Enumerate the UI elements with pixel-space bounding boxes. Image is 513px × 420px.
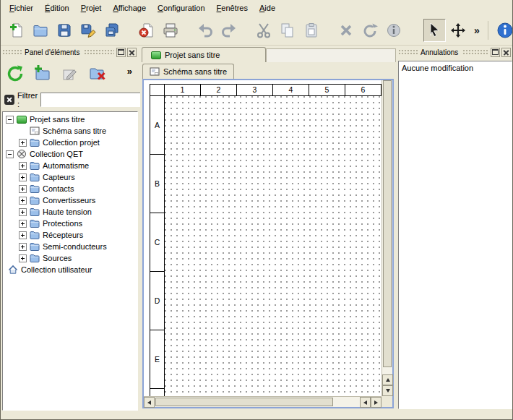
menu-aide[interactable]: Aide	[254, 2, 281, 14]
tree-item-collection-projet[interactable]: Collection projet	[3, 137, 137, 148]
expand-icon[interactable]	[19, 197, 27, 205]
select-tool-button[interactable]	[423, 19, 446, 42]
save-as-button[interactable]	[77, 19, 100, 42]
panel-overflow-button[interactable]: »	[123, 65, 137, 77]
menu-projet[interactable]: Projet	[75, 2, 108, 14]
column-label: 4	[273, 85, 309, 96]
clear-filter-button[interactable]	[4, 93, 14, 106]
vertical-scroll-track[interactable]	[382, 80, 392, 374]
horizontal-scroll-track[interactable]	[155, 397, 360, 407]
tree-item-collection-qet[interactable]: Collection QET	[3, 148, 137, 160]
float-panel-button[interactable]	[116, 48, 126, 57]
paste-button[interactable]	[301, 19, 323, 42]
down-arrow-icon	[386, 389, 390, 395]
tree-item-contacts[interactable]: Contacts	[3, 183, 137, 194]
horizontal-scrollbar[interactable]	[144, 396, 381, 407]
dock-grip[interactable]	[398, 49, 418, 56]
horizontal-scroll-thumb[interactable]	[155, 398, 333, 406]
expand-icon[interactable]	[19, 162, 27, 170]
close-file-button[interactable]	[136, 19, 158, 42]
save-as-icon	[79, 22, 97, 39]
float-icon	[118, 49, 124, 55]
move-tool-button[interactable]	[447, 19, 470, 42]
expand-icon[interactable]	[19, 185, 27, 193]
tree-item-protections[interactable]: Protections	[3, 218, 137, 229]
collapse-icon[interactable]	[6, 150, 14, 158]
column-ruler: 1 2 3 4 5 6	[165, 85, 381, 96]
menu-configuration[interactable]: Configuration	[152, 2, 210, 14]
save-icon	[56, 22, 73, 39]
new-element-button[interactable]	[31, 62, 54, 85]
expand-icon[interactable]	[19, 243, 27, 251]
diagram-viewport[interactable]: 1 2 3 4 5 6 A B C D E	[144, 80, 381, 396]
tree-item-schema-sans-titre[interactable]: Schéma sans titre	[3, 125, 137, 137]
tree-item-recepteurs[interactable]: Récepteurs	[3, 229, 137, 241]
menu-fichier[interactable]: Fichier	[4, 2, 39, 14]
scroll-left-button[interactable]	[144, 397, 155, 408]
menu-fenetres[interactable]: Fenêtres	[211, 2, 254, 14]
scroll-up-button[interactable]	[382, 374, 393, 385]
project-icon	[17, 116, 27, 124]
mdi-workspace: Projet sans titre Schéma sans titre 1 2 …	[140, 46, 396, 411]
expand-icon[interactable]	[19, 208, 27, 216]
open-project-button[interactable]	[30, 19, 52, 42]
expand-icon[interactable]	[19, 254, 27, 262]
tab-projet-sans-titre[interactable]: Projet sans titre	[142, 47, 266, 62]
qet-icon	[17, 149, 27, 159]
tree-item-convertisseurs[interactable]: Convertisseurs	[3, 194, 137, 206]
tree-item-automatisme[interactable]: Automatisme	[3, 160, 137, 171]
toolbar-overflow-button[interactable]: »	[471, 19, 483, 42]
expand-icon[interactable]	[19, 220, 27, 228]
tree-item-haute-tension[interactable]: Haute tension	[3, 206, 137, 218]
info-button[interactable]	[383, 19, 405, 42]
cut-button[interactable]	[253, 19, 275, 42]
edit-element-button[interactable]	[59, 62, 82, 85]
reload-collections-button[interactable]	[4, 62, 27, 85]
scroll-down-button[interactable]	[382, 385, 393, 396]
delete-button[interactable]	[335, 19, 358, 42]
float-panel-button[interactable]	[491, 48, 500, 57]
close-panel-button[interactable]	[127, 48, 137, 57]
vertical-scroll-thumb[interactable]	[383, 80, 392, 367]
tree-item-capteurs[interactable]: Capteurs	[3, 171, 137, 183]
undo-panel-header[interactable]: Annulations	[398, 46, 512, 58]
tab-schema-sans-titre[interactable]: Schéma sans titre	[142, 64, 234, 79]
tree-item-sources[interactable]: Sources	[3, 252, 137, 264]
expand-icon[interactable]	[19, 139, 27, 147]
tree-item-projet-sans-titre[interactable]: Projet sans titre	[3, 113, 137, 125]
about-button[interactable]	[493, 19, 513, 42]
print-button[interactable]	[160, 19, 182, 42]
undo-button[interactable]	[194, 19, 217, 42]
diagram-grid[interactable]	[165, 96, 381, 396]
menu-edition[interactable]: Édition	[39, 2, 75, 14]
tree-item-semi-conducteurs[interactable]: Semi-conducteurs	[3, 241, 137, 252]
scroll-right-button[interactable]	[371, 397, 381, 408]
dock-grip[interactable]	[84, 49, 114, 56]
filter-input[interactable]	[40, 93, 149, 107]
dock-grip[interactable]	[462, 49, 488, 56]
folder-icon	[30, 254, 40, 262]
elements-panel-header[interactable]: Panel d'éléments	[2, 46, 138, 58]
expand-icon[interactable]	[19, 231, 27, 239]
expand-icon[interactable]	[19, 173, 27, 181]
close-icon	[503, 49, 509, 56]
scroll-left-button-2[interactable]	[360, 397, 371, 408]
collapse-icon[interactable]	[6, 116, 14, 124]
column-label: 1	[165, 85, 201, 96]
dock-grip[interactable]	[2, 49, 22, 56]
tree-item-collection-utilisateur[interactable]: Collection utilisateur	[3, 264, 137, 275]
diagram-sheet[interactable]: 1 2 3 4 5 6 A B C D E	[150, 84, 381, 396]
new-document-button[interactable]	[6, 19, 28, 42]
menu-affichage[interactable]: Affichage	[107, 2, 152, 14]
folder-icon	[30, 138, 40, 147]
save-button[interactable]	[53, 19, 76, 42]
column-label: 5	[309, 85, 345, 96]
redo-button[interactable]	[218, 19, 241, 42]
delete-element-button[interactable]	[86, 62, 109, 85]
undo-history-list[interactable]: Aucune modification	[398, 61, 512, 409]
rotate-button[interactable]	[359, 19, 381, 42]
save-all-button[interactable]	[101, 19, 124, 42]
close-panel-button[interactable]	[501, 48, 511, 57]
vertical-scrollbar[interactable]	[381, 80, 392, 396]
copy-button[interactable]	[277, 19, 299, 42]
